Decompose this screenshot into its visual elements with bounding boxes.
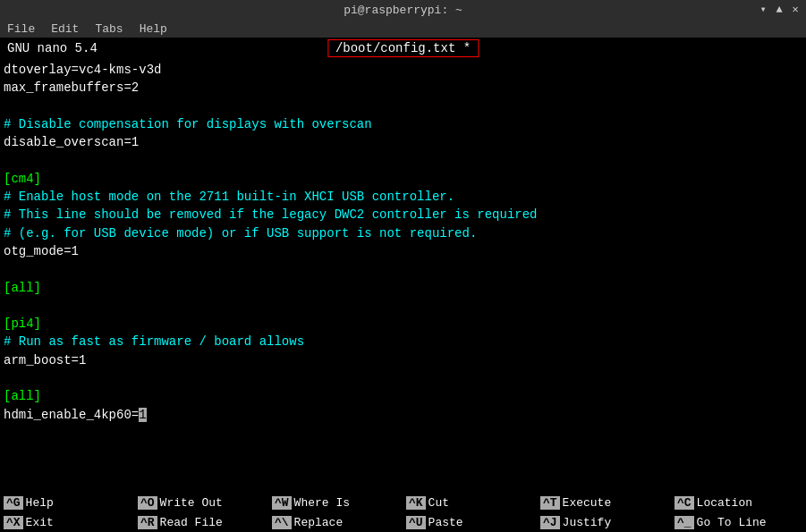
maximize-btn[interactable]: ▲ (774, 4, 785, 15)
editor-line-11 (4, 260, 802, 278)
shortcut-label-3: Cut (428, 496, 509, 510)
editor-line-19: hdmi_enable_4kp60=1 (4, 406, 802, 424)
editor-line-2 (4, 97, 802, 115)
window-title: pi@raspberrypi: ~ (344, 4, 462, 17)
shortcut-key-r2-1: ^R (138, 516, 157, 529)
shortcut-label-r2-4: Justify (563, 516, 643, 529)
shortcut-key-5: ^C (674, 496, 694, 510)
editor-line-18: [all] (4, 387, 802, 405)
shortcut-label-5: Location (697, 496, 777, 510)
shortcut-label-r2-2: Replace (294, 516, 375, 529)
shortcut-item-3[interactable]: ^KCut (406, 496, 540, 510)
editor-line-14: [pi4] (4, 315, 802, 333)
shortcut-key-r2-0: ^X (4, 516, 23, 529)
title-bar: pi@raspberrypi: ~ ▾ ▲ ✕ (0, 0, 806, 20)
shortcut-key-0: ^G (4, 496, 23, 510)
editor-line-16: arm_boost=1 (4, 351, 802, 369)
editor-line-10: otg_mode=1 (4, 242, 802, 260)
shortcut-label-r2-0: Exit (26, 516, 106, 529)
menu-tabs[interactable]: Tabs (93, 22, 124, 36)
shortcut-item-r2-2[interactable]: ^\Replace (272, 516, 406, 529)
shortcut-label-4: Execute (563, 496, 643, 510)
shortcut-row-1: ^GHelp^OWrite Out^WWhere Is^KCut^TExecut… (0, 493, 806, 512)
editor-line-3: # Disable compensation for displays with… (4, 115, 802, 133)
shortcut-label-2: Where Is (294, 496, 375, 510)
editor-line-4: disable_overscan=1 (4, 133, 802, 151)
minimize-btn[interactable]: ▾ (758, 4, 768, 15)
editor-line-0: dtoverlay=vc4-kms-v3d (4, 61, 802, 79)
menu-bar: File Edit Tabs Help (0, 20, 806, 38)
status-bars: ^GHelp^OWrite Out^WWhere Is^KCut^TExecut… (0, 493, 806, 532)
shortcut-item-0[interactable]: ^GHelp (4, 496, 138, 510)
shortcut-item-5[interactable]: ^CLocation (674, 496, 806, 510)
shortcut-key-1: ^O (138, 496, 157, 510)
editor-line-6: [cm4] (4, 170, 802, 188)
shortcut-key-3: ^K (406, 496, 426, 510)
main-content: GNU nano 5.4 /boot/config.txt * dtoverla… (0, 38, 806, 532)
menu-file[interactable]: File (5, 22, 37, 36)
shortcut-label-r2-1: Read File (160, 516, 241, 529)
shortcut-key-r2-5: ^_ (674, 516, 694, 529)
shortcut-key-2: ^W (272, 496, 292, 510)
shortcut-item-r2-5[interactable]: ^_Go To Line (674, 516, 806, 529)
shortcut-key-r2-4: ^J (540, 516, 560, 529)
shortcut-item-2[interactable]: ^WWhere Is (272, 496, 406, 510)
shortcut-item-4[interactable]: ^TExecute (540, 496, 674, 510)
shortcut-row-2: ^XExit^RRead File^\Replace^UPaste^JJusti… (0, 512, 806, 532)
cursor: 1 (139, 408, 146, 422)
shortcut-item-1[interactable]: ^OWrite Out (138, 496, 272, 510)
shortcut-item-r2-3[interactable]: ^UPaste (406, 516, 540, 529)
nano-version: GNU nano 5.4 (0, 41, 105, 55)
shortcut-key-r2-2: ^\ (272, 516, 292, 529)
window-controls[interactable]: ▾ ▲ ✕ (758, 4, 801, 15)
editor-line-9: # (e.g. for USB device mode) or if USB s… (4, 224, 802, 242)
filename-box: /boot/config.txt * (327, 39, 479, 57)
editor-line-12: [all] (4, 279, 802, 297)
editor-line-1: max_framebuffers=2 (4, 79, 802, 97)
shortcut-label-r2-3: Paste (428, 516, 509, 529)
editor-line-5 (4, 151, 802, 169)
shortcut-item-r2-4[interactable]: ^JJustify (540, 516, 674, 529)
shortcut-label-1: Write Out (160, 496, 241, 510)
shortcut-key-4: ^T (540, 496, 560, 510)
editor-line-8: # This line should be removed if the leg… (4, 206, 802, 224)
editor-line-13 (4, 297, 802, 315)
shortcut-key-r2-3: ^U (406, 516, 426, 529)
editor[interactable]: dtoverlay=vc4-kms-v3dmax_framebuffers=2 … (0, 59, 806, 493)
shortcut-label-0: Help (26, 496, 106, 510)
shortcut-label-r2-5: Go To Line (697, 516, 777, 529)
menu-help[interactable]: Help (138, 22, 169, 36)
editor-line-15: # Run as fast as firmware / board allows (4, 333, 802, 350)
menu-edit[interactable]: Edit (49, 22, 81, 36)
close-btn[interactable]: ✕ (790, 4, 801, 15)
shortcut-item-r2-1[interactable]: ^RRead File (138, 516, 272, 529)
nano-header: GNU nano 5.4 /boot/config.txt * (0, 38, 806, 59)
editor-line-17 (4, 369, 802, 387)
editor-line-7: # Enable host mode on the 2711 built-in … (4, 188, 802, 206)
shortcut-item-r2-0[interactable]: ^XExit (4, 516, 138, 529)
